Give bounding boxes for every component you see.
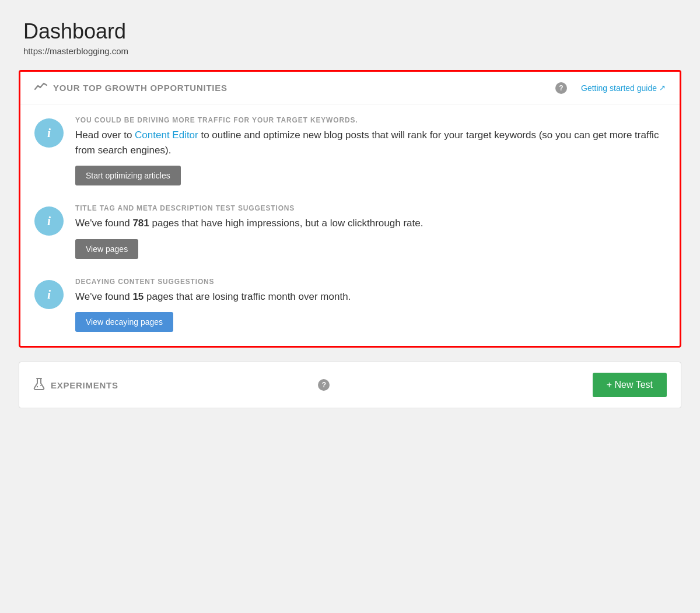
experiments-help-icon[interactable]: ? xyxy=(318,379,330,391)
page-url: https://masterblogging.com xyxy=(23,46,677,56)
text-before-3: We've found xyxy=(75,291,132,302)
experiments-card: EXPERIMENTS ? + New Test xyxy=(19,362,681,408)
opportunity-item-1: i YOU COULD BE DRIVING MORE TRAFFIC FOR … xyxy=(34,116,666,185)
growth-card-header: YOUR TOP GROWTH OPPORTUNITIES ? Getting … xyxy=(20,72,680,104)
start-optimizing-button[interactable]: Start optimizing articles xyxy=(75,166,181,185)
text-after-3: pages that are losing traffic month over… xyxy=(144,291,351,302)
opportunity-label-2: TITLE TAG AND META DESCRIPTION TEST SUGG… xyxy=(75,204,666,212)
page-header: Dashboard https://masterblogging.com xyxy=(19,19,681,56)
flask-icon xyxy=(33,377,45,393)
opportunity-item-3: i DECAYING CONTENT SUGGESTIONS We've fou… xyxy=(34,278,666,332)
page-title: Dashboard xyxy=(23,19,677,44)
opportunity-text-1: Head over to Content Editor to outline a… xyxy=(75,128,666,157)
view-decaying-pages-button[interactable]: View decaying pages xyxy=(75,312,173,332)
info-circle-1: i xyxy=(34,118,64,148)
experiments-title: EXPERIMENTS xyxy=(51,380,313,390)
info-icon-2: i xyxy=(47,213,51,229)
svg-point-1 xyxy=(37,386,38,387)
opportunity-label-3: DECAYING CONTENT SUGGESTIONS xyxy=(75,278,666,286)
highlight-3: 15 xyxy=(132,291,144,302)
info-circle-2: i xyxy=(34,206,64,236)
external-link-icon: ↗ xyxy=(659,83,666,92)
content-editor-link[interactable]: Content Editor xyxy=(135,129,198,141)
info-circle-3: i xyxy=(34,280,64,309)
getting-started-label: Getting started guide xyxy=(581,83,657,93)
growth-help-icon[interactable]: ? xyxy=(555,82,567,94)
opportunity-text-3: We've found 15 pages that are losing tra… xyxy=(75,289,666,304)
info-icon-3: i xyxy=(47,287,51,302)
experiments-header: EXPERIMENTS ? + New Test xyxy=(19,362,681,408)
new-test-button[interactable]: + New Test xyxy=(593,373,667,397)
growth-card-title: YOUR TOP GROWTH OPPORTUNITIES xyxy=(53,83,551,93)
highlight-2: 781 xyxy=(132,218,149,229)
growth-card-body: i YOU COULD BE DRIVING MORE TRAFFIC FOR … xyxy=(20,104,680,346)
opportunity-item-2: i TITLE TAG AND META DESCRIPTION TEST SU… xyxy=(34,204,666,259)
text-after-2: pages that have high impressions, but a … xyxy=(149,218,424,229)
view-pages-button[interactable]: View pages xyxy=(75,239,138,259)
growth-chart-icon xyxy=(34,81,47,94)
text-before-2: We've found xyxy=(75,218,132,229)
opportunity-content-2: TITLE TAG AND META DESCRIPTION TEST SUGG… xyxy=(75,204,666,259)
growth-opportunities-card: YOUR TOP GROWTH OPPORTUNITIES ? Getting … xyxy=(19,70,681,348)
info-icon-1: i xyxy=(47,125,51,141)
getting-started-link[interactable]: Getting started guide ↗ xyxy=(581,83,666,93)
opportunity-label-1: YOU COULD BE DRIVING MORE TRAFFIC FOR YO… xyxy=(75,116,666,124)
opportunity-content-3: DECAYING CONTENT SUGGESTIONS We've found… xyxy=(75,278,666,332)
opportunity-content-1: YOU COULD BE DRIVING MORE TRAFFIC FOR YO… xyxy=(75,116,666,185)
svg-point-2 xyxy=(40,385,41,386)
text-before-1: Head over to xyxy=(75,129,135,141)
opportunity-text-2: We've found 781 pages that have high imp… xyxy=(75,216,666,231)
